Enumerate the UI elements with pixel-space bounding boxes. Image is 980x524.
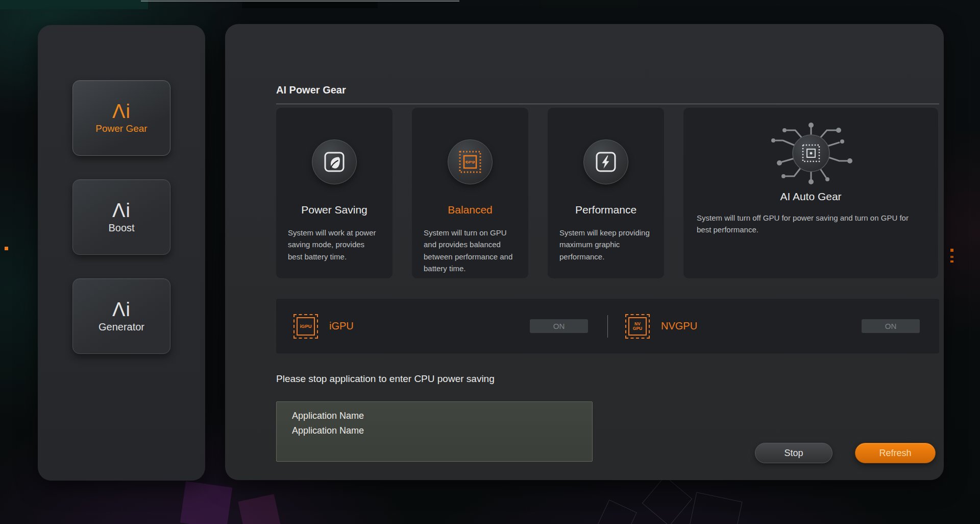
mode-title: AI Auto Gear — [697, 190, 925, 203]
performance-icon — [583, 139, 628, 184]
balanced-gpu-icon: GPU — [448, 139, 493, 184]
cpu-power-saving-notice: Please stop application to enter CPU pow… — [276, 373, 495, 385]
igpu-label: iGPU — [329, 320, 354, 332]
sidebar-item-label: Boost — [108, 222, 134, 234]
power-mode-cards: Power Saving System will work at power s… — [276, 108, 939, 278]
title-divider — [276, 104, 939, 104]
igpu-chip-icon: iGPU — [293, 314, 318, 339]
application-list: Application Name Application Name — [276, 401, 593, 462]
mode-description: System will turn off GPU for power savin… — [697, 212, 925, 236]
sidebar-item-power-gear[interactable]: Λi Power Gear — [72, 80, 170, 156]
mode-card-balanced[interactable]: GPU Balanced System will turn on GPU and… — [412, 108, 528, 278]
igpu-toggle-state: ON — [553, 322, 565, 330]
ai-logo-icon: Λi — [112, 102, 131, 121]
background-cube-decoration — [180, 481, 233, 524]
main-panel: AI Power Gear Power Saving System will w… — [225, 24, 944, 480]
application-list-row[interactable]: Application Name — [292, 423, 592, 438]
sidebar-item-boost[interactable]: Λi Boost — [72, 179, 170, 255]
mode-card-power-saving[interactable]: Power Saving System will work at power s… — [276, 108, 393, 278]
background-decoration — [0, 0, 148, 9]
edge-marker — [950, 260, 953, 263]
stop-button[interactable]: Stop — [755, 443, 832, 463]
igpu-toggle[interactable]: ON — [530, 319, 588, 333]
background-decoration — [541, 0, 638, 8]
mode-description: System will turn on GPU and provides bal… — [424, 227, 517, 274]
edge-marker — [950, 256, 953, 258]
edge-marker — [5, 247, 8, 250]
nvgpu-toggle-state: ON — [885, 322, 897, 330]
sidebar-item-label: Generator — [99, 321, 144, 333]
mode-description: System will work at power saving mode, p… — [288, 227, 381, 263]
background-decoration — [242, 2, 378, 8]
mode-card-ai-auto-gear[interactable]: AI Auto Gear System will turn off GPU fo… — [683, 108, 938, 278]
nvgpu-chip-icon: NV GPU — [625, 314, 650, 339]
mode-title: Power Saving — [288, 204, 381, 216]
page-title: AI Power Gear — [276, 84, 346, 96]
ai-auto-gear-icon — [697, 120, 925, 189]
nvgpu-chip-text-line2: GPU — [633, 326, 642, 331]
mode-card-performance[interactable]: Performance System will keep providing m… — [548, 108, 664, 278]
nvgpu-toggle[interactable]: ON — [862, 319, 920, 333]
mode-description: System will keep providing maximum graph… — [559, 227, 652, 263]
igpu-chip-text: iGPU — [300, 324, 311, 329]
nvgpu-section: NV GPU NVGPU ON — [608, 314, 939, 339]
background-decoration — [141, 1, 459, 2]
edge-marker — [950, 249, 953, 252]
power-saving-icon — [312, 139, 357, 184]
mode-title: Performance — [559, 204, 652, 216]
mode-title: Balanced — [424, 204, 517, 216]
sidebar-item-generator[interactable]: Λi Generator — [72, 278, 170, 354]
sidebar-item-label: Power Gear — [95, 123, 147, 134]
gpu-status-bar: iGPU iGPU ON NV GPU NVGPU ON — [276, 299, 939, 353]
igpu-section: iGPU iGPU ON — [276, 314, 607, 339]
refresh-button[interactable]: Refresh — [855, 443, 936, 463]
sidebar: Λi Power Gear Λi Boost Λi Generator — [38, 25, 205, 481]
ai-logo-icon: Λi — [112, 300, 131, 319]
nvgpu-label: NVGPU — [661, 320, 697, 332]
ai-logo-icon: Λi — [112, 201, 131, 220]
gpu-chip-label: GPU — [465, 160, 475, 164]
application-list-row[interactable]: Application Name — [292, 409, 592, 423]
